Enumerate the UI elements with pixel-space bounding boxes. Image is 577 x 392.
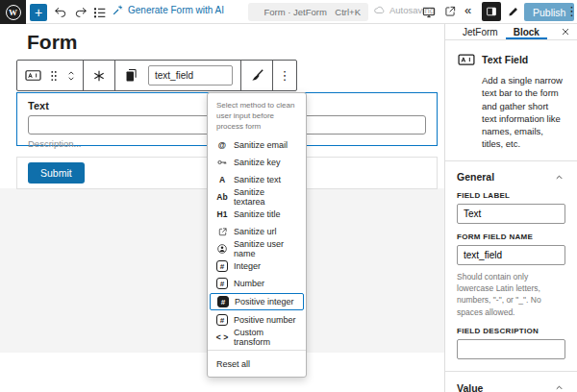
field-label-input[interactable]	[457, 204, 565, 224]
close-icon	[560, 26, 571, 37]
field-label-label: FIELD LABEL	[457, 191, 565, 200]
undo-icon	[53, 5, 68, 20]
letters-ab-icon: Ab	[215, 192, 229, 202]
toolbar-options-group: ⋮	[272, 61, 296, 90]
menu-item-label: Positive integer	[235, 297, 294, 306]
menu-item-label: Sanitize url	[234, 227, 277, 236]
menu-item-positive-number[interactable]: # Positive number	[208, 311, 306, 329]
generate-form-ai-label: Generate Form with AI	[128, 5, 224, 15]
menu-item-label: Custom transform	[234, 328, 298, 347]
chevron-up-icon	[553, 381, 565, 392]
chevron-up-icon	[553, 171, 565, 184]
menu-item-label: Sanitize textarea	[234, 187, 298, 207]
pencil-icon	[507, 5, 520, 18]
general-section-header[interactable]: General	[457, 169, 565, 191]
code-icon: < >	[215, 332, 229, 342]
user-icon	[215, 243, 229, 255]
menu-item-sanitize-url[interactable]: Sanitize url	[208, 223, 306, 240]
block-inserter-button[interactable]: +	[30, 4, 47, 21]
edit-mode-button[interactable]	[507, 5, 520, 18]
settings-sidebar-toggle[interactable]	[482, 2, 501, 21]
menu-item-label: Sanitize title	[234, 209, 281, 219]
submit-button[interactable]: Submit	[28, 162, 85, 184]
block-card-description: Add a single narrow text bar to the form…	[482, 74, 565, 151]
menu-item-label: Sanitize user name	[234, 239, 298, 258]
h1-icon: H1	[215, 209, 229, 219]
document-bar[interactable]: Form · JetForm Ctrl+K	[248, 3, 368, 21]
sanitize-dropdown: Select method to clean user input before…	[207, 92, 307, 378]
toolbar-sanitize-group	[240, 61, 272, 90]
asterisk-icon	[91, 68, 107, 84]
menu-item-label: Integer	[234, 261, 261, 271]
settings-sidebar: JetForm Block Text Field Add a single na…	[444, 24, 577, 392]
menu-item-label: Sanitize key	[234, 158, 281, 167]
editor-top-bar: W + Generate Form with AI Form · JetForm…	[0, 0, 577, 24]
toolbar-block-group	[17, 61, 83, 90]
general-section-title: General	[457, 171, 494, 183]
undo-button[interactable]	[53, 5, 68, 20]
generate-form-ai-button[interactable]: Generate Form with AI	[112, 4, 224, 16]
menu-item-number[interactable]: # Number	[208, 275, 306, 292]
menu-item-sanitize-text[interactable]: A Sanitize text	[208, 171, 306, 188]
menu-item-label: Sanitize email	[234, 140, 288, 150]
field-name-input[interactable]	[148, 65, 233, 86]
tab-jetform[interactable]: JetForm	[455, 24, 506, 39]
close-sidebar-button[interactable]	[558, 24, 573, 39]
value-section-header[interactable]: Value	[457, 380, 565, 392]
wordpress-logo[interactable]: W	[0, 0, 26, 24]
menu-item-label: Positive number	[234, 315, 296, 325]
menu-item-custom-transform[interactable]: < > Custom transform	[208, 329, 306, 346]
command-shortcut: Ctrl+K	[335, 7, 361, 17]
drag-handle[interactable]	[45, 61, 63, 90]
list-view-button[interactable]	[92, 5, 108, 20]
menu-item-label: Number	[234, 279, 264, 288]
hash-outline-icon: #	[215, 260, 229, 272]
block-toolbar: ⋮	[16, 60, 297, 91]
menu-item-label: Sanitize text	[234, 175, 281, 184]
brush-icon	[249, 67, 265, 84]
double-chevron-left-icon: «	[464, 3, 471, 17]
block-type-button[interactable]	[20, 61, 45, 90]
cloud-icon	[373, 4, 386, 16]
dropdown-header: Select method to clean user input before…	[208, 100, 306, 136]
menu-item-sanitize-title[interactable]: H1 Sanitize title	[208, 206, 306, 223]
field-name-help-text: Should contain only lowercase Latin lett…	[457, 271, 565, 318]
key-icon	[215, 157, 229, 168]
hash-outline-icon: #	[215, 278, 229, 289]
tab-block[interactable]: Block	[506, 24, 547, 39]
menu-item-positive-integer[interactable]: # Positive integer	[210, 293, 304, 310]
sidebar-icon	[485, 5, 498, 18]
field-description-input[interactable]	[457, 339, 565, 359]
external-link-icon	[215, 227, 229, 237]
editor-canvas[interactable]: Form	[0, 24, 444, 392]
menu-item-sanitize-email[interactable]: @ Sanitize email	[208, 136, 306, 154]
value-section-title: Value	[457, 382, 483, 392]
menu-item-sanitize-user-name[interactable]: Sanitize user name	[208, 240, 306, 257]
general-section: General FIELD LABEL FORM FIELD NAME Shou…	[445, 161, 577, 371]
menu-item-reset-all[interactable]: Reset all	[208, 355, 306, 373]
editor-body: Form	[0, 24, 577, 392]
form-field-name-label: FORM FIELD NAME	[457, 233, 565, 241]
form-field-name-input[interactable]	[457, 245, 565, 265]
preview-button[interactable]	[421, 5, 437, 20]
wordpress-w-icon: W	[6, 5, 21, 20]
field-description-label: FIELD DESCRIPTION	[457, 327, 565, 335]
redo-button[interactable]	[73, 5, 88, 20]
post-title[interactable]: Form	[27, 31, 78, 54]
text-field-block-icon	[457, 50, 476, 69]
view-post-button[interactable]	[443, 5, 457, 18]
required-toggle-button[interactable]	[87, 61, 112, 90]
value-section: Value DEFAULT VALUE Or use a condition-d…	[445, 372, 577, 392]
menu-item-sanitize-textarea[interactable]: Ab Sanitize textarea	[208, 188, 306, 206]
sanitize-button[interactable]	[244, 61, 269, 90]
collapse-button[interactable]: «	[464, 4, 471, 17]
menu-item-integer[interactable]: # Integer	[208, 257, 306, 275]
menu-item-sanitize-key[interactable]: Sanitize key	[208, 154, 306, 171]
move-block-buttons[interactable]	[63, 61, 80, 90]
toolbar-required-group	[83, 61, 114, 90]
duplicate-button[interactable]	[118, 61, 143, 90]
external-link-icon	[443, 5, 457, 18]
options-menu-button[interactable]: ⋮	[565, 4, 577, 18]
block-options-button[interactable]: ⋮	[276, 61, 293, 90]
mover-chevrons-icon	[64, 68, 78, 84]
